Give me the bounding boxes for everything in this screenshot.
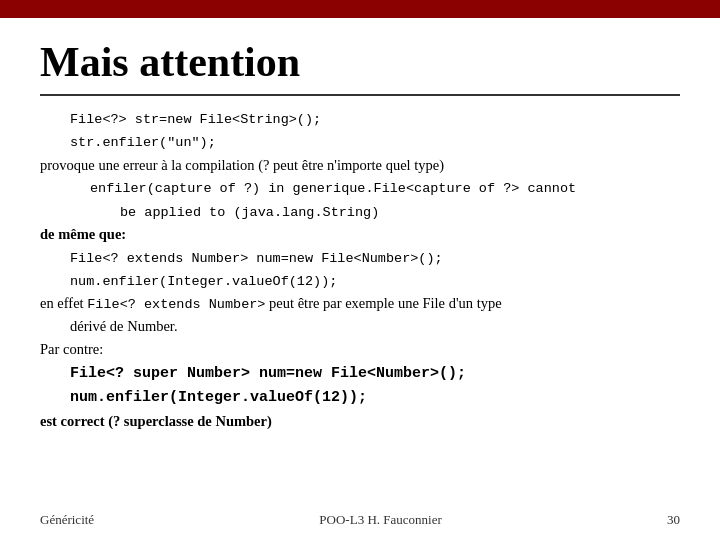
line-14: est correct (? superclasse de Number) [40, 411, 680, 433]
code-line-7: File<? extends Number> num=new File<Numb… [70, 251, 443, 266]
text-line-14: est correct (? superclasse de Number) [40, 413, 272, 429]
line-3: provoque une erreur à la compilation (? … [40, 155, 680, 177]
slide-title: Mais attention [40, 38, 680, 86]
footer: Généricité POO-L3 H. Fauconnier 30 [0, 512, 720, 528]
footer-left: Généricité [40, 512, 94, 528]
line-12: File<? super Number> num=new File<Number… [40, 362, 680, 386]
code-line-12: File<? super Number> num=new File<Number… [70, 365, 466, 382]
footer-right: 30 [667, 512, 680, 528]
line-9: en effet File<? extends Number> peut êtr… [40, 293, 680, 315]
line-11: Par contre: [40, 339, 680, 361]
code-line-1: File<?> str=new File<String>(); [70, 112, 321, 127]
line-4: enfiler(capture of ?) in generique.File<… [40, 177, 680, 199]
main-content: Mais attention File<?> str=new File<Stri… [0, 18, 720, 444]
line-2: str.enfiler("un"); [40, 131, 680, 153]
line-7: File<? extends Number> num=new File<Numb… [40, 247, 680, 269]
text-line-10: dérivé de Number. [70, 318, 178, 334]
text-line-11: Par contre: [40, 341, 103, 357]
line-1: File<?> str=new File<String>(); [40, 108, 680, 130]
line-8: num.enfiler(Integer.valueOf(12)); [40, 270, 680, 292]
divider [40, 94, 680, 96]
code-line-8: num.enfiler(Integer.valueOf(12)); [70, 274, 337, 289]
code-line-5: be applied to (java.lang.String) [120, 205, 379, 220]
top-bar [0, 0, 720, 18]
line-5: be applied to (java.lang.String) [40, 201, 680, 223]
text-line-9: en effet File<? extends Number> peut êtr… [40, 295, 502, 311]
code-line-2: str.enfiler("un"); [70, 135, 216, 150]
line-13: num.enfiler(Integer.valueOf(12)); [40, 386, 680, 410]
inline-code-9: File<? extends Number> [87, 297, 265, 312]
text-line-6: de même que: [40, 226, 126, 242]
footer-center: POO-L3 H. Fauconnier [319, 512, 441, 528]
slide-body: File<?> str=new File<String>(); str.enfi… [40, 108, 680, 433]
line-6: de même que: [40, 224, 680, 246]
code-line-4: enfiler(capture of ?) in generique.File<… [90, 181, 576, 196]
code-line-13: num.enfiler(Integer.valueOf(12)); [70, 389, 367, 406]
text-line-3: provoque une erreur à la compilation (? … [40, 157, 444, 173]
line-10: dérivé de Number. [40, 316, 680, 338]
